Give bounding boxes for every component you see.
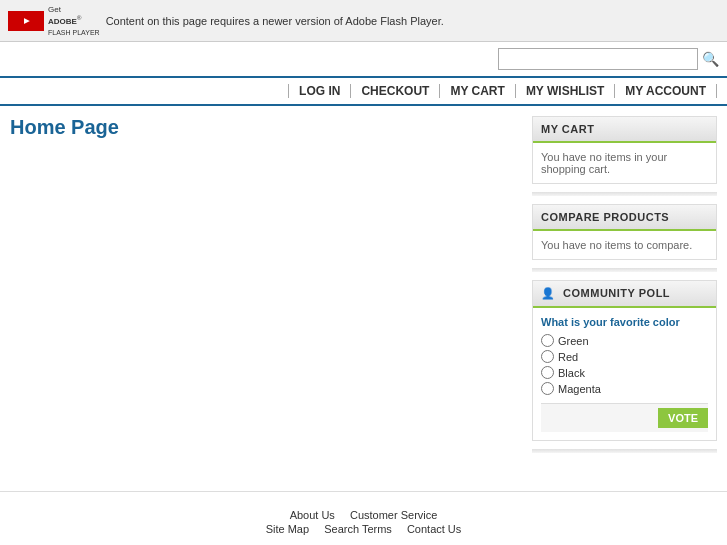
poll-widget-body: What is your favorite color Green Red Bl… xyxy=(533,308,716,440)
cart-widget-body: You have no items in your shopping cart. xyxy=(533,143,716,183)
sidebar: MY CART You have no items in your shoppi… xyxy=(532,116,717,461)
poll-radio-black[interactable] xyxy=(541,366,554,379)
cart-widget-header: MY CART xyxy=(533,117,716,143)
nav-login[interactable]: LOG IN xyxy=(288,84,351,98)
poll-label-magenta: Magenta xyxy=(558,383,601,395)
poll-icon: 👤 xyxy=(541,287,556,299)
nav-mycart[interactable]: MY CART xyxy=(440,84,515,98)
search-bar: 🔍 xyxy=(0,42,727,76)
footer: About Us Customer Service Site Map Searc… xyxy=(0,491,727,545)
flash-icon: ▶ xyxy=(8,11,44,31)
poll-radio-green[interactable] xyxy=(541,334,554,347)
flash-notice: ▶ Get ADOBE® FLASH PLAYER Content on thi… xyxy=(0,0,727,42)
footer-row2: Site Map Search Terms Contact Us xyxy=(10,523,717,535)
footer-contact-us[interactable]: Contact Us xyxy=(407,523,461,535)
flash-notice-text: Content on this page requires a newer ve… xyxy=(106,15,444,27)
poll-label-red: Red xyxy=(558,351,578,363)
poll-label-green: Green xyxy=(558,335,589,347)
search-icon: 🔍 xyxy=(702,51,719,67)
cart-widget: MY CART You have no items in your shoppi… xyxy=(532,116,717,184)
footer-site-map[interactable]: Site Map xyxy=(266,523,309,535)
poll-question: What is your favorite color xyxy=(541,316,708,328)
footer-row1: About Us Customer Service xyxy=(10,509,717,521)
cart-compare-divider xyxy=(532,192,717,196)
poll-vote-area: VOTE xyxy=(541,403,708,432)
poll-radio-magenta[interactable] xyxy=(541,382,554,395)
nav-myaccount[interactable]: MY ACCOUNT xyxy=(615,84,717,98)
poll-bottom-divider xyxy=(532,449,717,453)
poll-radio-red[interactable] xyxy=(541,350,554,363)
poll-option-magenta: Magenta xyxy=(541,382,708,395)
poll-option-red: Red xyxy=(541,350,708,363)
vote-button[interactable]: VOTE xyxy=(658,408,708,428)
compare-poll-divider xyxy=(532,268,717,272)
content-area: Home Page xyxy=(10,116,522,149)
nav-bar: LOG IN CHECKOUT MY CART MY WISHLIST MY A… xyxy=(0,76,727,106)
search-input[interactable] xyxy=(498,48,698,70)
poll-option-green: Green xyxy=(541,334,708,347)
search-button[interactable]: 🔍 xyxy=(702,51,719,67)
poll-widget-header: 👤 COMMUNITY POLL xyxy=(533,281,716,308)
compare-empty-message: You have no items to compare. xyxy=(541,239,692,251)
footer-search-terms[interactable]: Search Terms xyxy=(324,523,392,535)
nav-checkout[interactable]: CHECKOUT xyxy=(351,84,440,98)
page-title: Home Page xyxy=(10,116,522,139)
cart-empty-message: You have no items in your shopping cart. xyxy=(541,151,667,175)
flash-badge-text: Get ADOBE® FLASH PLAYER xyxy=(48,4,100,37)
flash-player-badge[interactable]: ▶ Get ADOBE® FLASH PLAYER xyxy=(8,4,100,37)
footer-customer-service[interactable]: Customer Service xyxy=(350,509,437,521)
compare-widget-body: You have no items to compare. xyxy=(533,231,716,259)
footer-about-us[interactable]: About Us xyxy=(290,509,335,521)
compare-widget: COMPARE PRODUCTS You have no items to co… xyxy=(532,204,717,260)
compare-widget-header: COMPARE PRODUCTS xyxy=(533,205,716,231)
nav-mywishlist[interactable]: MY WISHLIST xyxy=(516,84,615,98)
poll-option-black: Black xyxy=(541,366,708,379)
poll-label-black: Black xyxy=(558,367,585,379)
poll-widget: 👤 COMMUNITY POLL What is your favorite c… xyxy=(532,280,717,441)
main-layout: Home Page MY CART You have no items in y… xyxy=(0,106,727,471)
